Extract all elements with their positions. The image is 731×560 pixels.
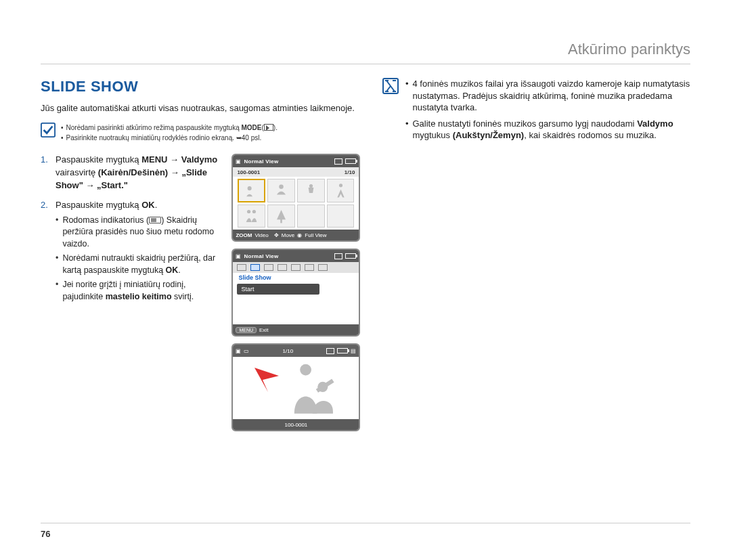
card-icon: [334, 158, 342, 165]
step-2: 2. Paspauskite mygtuką OK. • Rodomas ind…: [41, 199, 225, 305]
svg-point-9: [318, 382, 328, 392]
thumbnail: [327, 204, 355, 228]
check-icon: [41, 123, 56, 137]
page-number: 76: [41, 529, 50, 539]
thumbnail: [238, 204, 265, 228]
tab-icon: [278, 264, 287, 271]
photo-mode-icon: ▣: [236, 253, 241, 259]
breadcrumb: Atkūrimo parinktys: [41, 41, 690, 64]
svg-point-8: [301, 364, 312, 376]
svg-rect-6: [280, 219, 282, 223]
info-note-list: • 4 foninės muzikos failai yra išsaugoti…: [405, 78, 690, 146]
silhouette-image: [271, 360, 352, 416]
photo-mode-icon: ▣: [236, 158, 241, 165]
tab-icon: [305, 264, 314, 271]
thumbnail-grid: [236, 177, 356, 230]
content-columns: SLIDE SHOW Jūs galite automatiškai atkur…: [41, 78, 690, 431]
thumbnail: [327, 179, 355, 202]
left-column: SLIDE SHOW Jūs galite automatiškai atkur…: [41, 78, 362, 431]
lcd-topbar: ▣ Normal View: [233, 250, 359, 262]
lcd-topbar: ▣ Normal View: [233, 155, 359, 167]
photo-mode-icon: ▣: [236, 348, 241, 354]
right-column: • 4 foninės muzikos failai yra išsaugoti…: [382, 78, 690, 431]
bullet-icon: •: [56, 215, 58, 251]
battery-icon: [345, 253, 356, 259]
tab-icon: [237, 264, 246, 271]
bullet-icon: •: [405, 78, 409, 114]
file-counter: 1/10: [283, 348, 294, 354]
lcd-bottombar: ZOOM Video ✥ Move ◉ Full View: [233, 230, 359, 240]
step-number: 2.: [41, 199, 51, 305]
thumbnail: [297, 204, 325, 228]
list-item: • Galite nustatyti foninės muzikos garsu…: [405, 118, 690, 142]
battery-icon: [345, 158, 356, 164]
tab-icon: [250, 264, 260, 271]
info-note-2: Galite nustatyti foninės muzikos garsumo…: [412, 118, 690, 142]
pre-note: • Norėdami pasirinkti atkūrimo režimą pa…: [41, 123, 362, 143]
list-item: • Norėdami nutraukti skaidrių peržiūrą, …: [56, 253, 225, 276]
svg-rect-0: [41, 123, 55, 137]
svg-point-3: [338, 184, 342, 188]
menu-button-label: MENU: [236, 327, 257, 333]
thumbnail: [267, 179, 295, 202]
svg-point-2: [309, 184, 313, 188]
card-icon: [326, 348, 334, 354]
steps-and-lcds: 1. Paspauskite mygtuką MENU → Valdymo va…: [41, 154, 362, 431]
ok-icon: ◉: [297, 232, 302, 238]
file-counter: 1/10: [345, 169, 355, 175]
note-icon: [382, 78, 399, 94]
slideshow-indicator-icon: [149, 217, 161, 223]
dpad-icon: ✥: [274, 232, 279, 238]
intro-text: Jūs galite automatiškai atkurti visas nu…: [41, 102, 362, 114]
steps-list: 1. Paspauskite mygtuką MENU → Valdymo va…: [41, 154, 225, 431]
svg-point-4: [247, 210, 250, 213]
menu-icon: ▤: [351, 348, 356, 354]
lcd-menu-body: Slide Show Start: [237, 273, 355, 323]
thumbnail: [297, 179, 325, 202]
thumbnail-selected: [238, 179, 265, 202]
tab-icon: [264, 264, 273, 271]
bullet-icon: •: [61, 133, 64, 143]
lcd-image-area: [233, 357, 359, 419]
bullet-icon: •: [61, 123, 64, 133]
menu-item-start: Start: [237, 284, 319, 295]
playback-mode-icon: [264, 124, 273, 131]
lcd-topbar: ▣ ▭ 1/10 ▤: [233, 345, 359, 357]
lcd-title: Normal View: [244, 253, 278, 259]
lcd-title: Normal View: [244, 158, 278, 165]
list-item: • 4 foninės muzikos failai yra išsaugoti…: [405, 78, 690, 114]
slideshow-indicator-icon: ▭: [244, 348, 249, 354]
exit-label: Exit: [259, 327, 268, 333]
lcd-mockups: ▣ Normal View 100-0001 1/10: [230, 154, 362, 431]
list-item: • Rodomas indikatorius () Skaidrių perži…: [56, 215, 225, 251]
card-icon: [334, 253, 342, 259]
file-id: 100-0001: [237, 169, 260, 175]
file-id: 100-0001: [284, 422, 307, 428]
step-2-sublist: • Rodomas indikatorius () Skaidrių perži…: [56, 215, 225, 303]
lcd-subbar: 100-0001 1/10: [233, 167, 359, 177]
step-number: 1.: [41, 154, 51, 192]
lcd-thumbnail-view: ▣ Normal View 100-0001 1/10: [231, 154, 360, 242]
pre-note-line2: Pasirinkite nuotraukų miniatiūrų rodyklė…: [66, 133, 262, 143]
menu-title: Slide Show: [237, 273, 355, 282]
breadcrumb-text: Atkūrimo parinktys: [568, 41, 690, 58]
tab-icon: [318, 264, 328, 271]
pre-note-lines: • Norėdami pasirinkti atkūrimo režimą pa…: [61, 123, 278, 143]
tab-icon: [291, 264, 301, 271]
lcd-bottombar: 100-0001: [233, 419, 359, 430]
step-1-body: Paspauskite mygtuką MENU → Valdymo vaira…: [56, 154, 225, 192]
battery-icon: [337, 348, 348, 353]
pre-note-line1: Norėdami pasirinkti atkūrimo režimą pasp…: [66, 123, 278, 133]
zoom-label: ZOOM: [236, 232, 252, 238]
fullview-label: Full View: [305, 232, 326, 238]
bullet-icon: •: [405, 118, 409, 142]
lcd-playback-view: ▣ ▭ 1/10 ▤: [231, 343, 360, 431]
lcd-menu-view: ▣ Normal View: [231, 249, 360, 337]
thumbnail: [267, 204, 295, 228]
bullet-icon: •: [56, 279, 58, 303]
info-note: • 4 foninės muzikos failai yra išsaugoti…: [382, 78, 690, 146]
lcd-tabbar: [233, 262, 359, 273]
video-label: Video: [254, 232, 268, 238]
svg-point-1: [279, 185, 284, 190]
page-footer: 76: [41, 523, 690, 540]
